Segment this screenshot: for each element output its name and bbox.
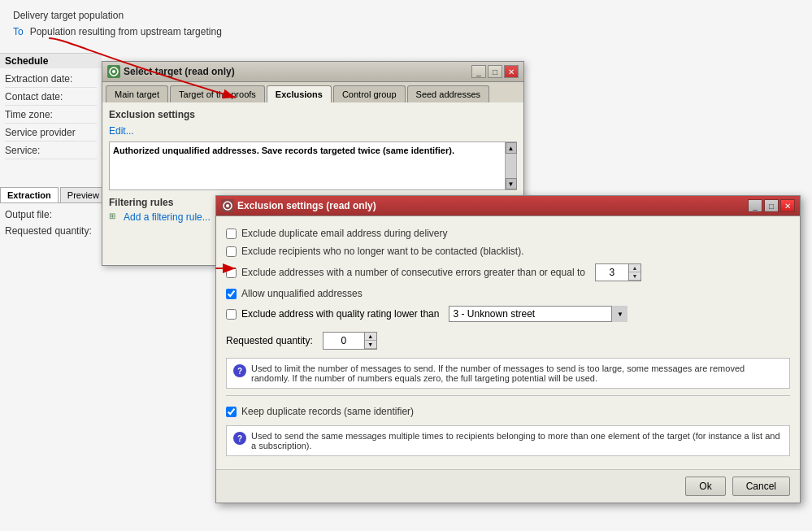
minimize-button[interactable]: _ [471, 65, 486, 78]
select-target-icon [107, 65, 120, 78]
svg-point-4 [226, 204, 229, 207]
cb-quality-rating-label: Exclude address with quality rating lowe… [241, 308, 439, 320]
exclusion-title-left: Exclusion settings (read only) [221, 199, 376, 212]
maximize-button[interactable]: □ [488, 65, 502, 78]
consecutive-errors-down[interactable]: ▼ [629, 272, 640, 281]
cb-exclude-duplicate[interactable] [226, 229, 237, 239]
cb-allow-unqualified-label: Allow unqualified addresses [241, 288, 363, 299]
contact-date-label: Contact date: [5, 91, 63, 102]
select-target-title: Select target (read only) [124, 66, 235, 77]
scroll-down-arrow[interactable]: ▼ [506, 178, 517, 189]
requested-quantity-spinners: ▲ ▼ [364, 333, 376, 349]
info-icon-2: ? [233, 432, 246, 445]
tab-preview[interactable]: Preview [60, 187, 106, 202]
scrollbar-vertical[interactable]: ▲ ▼ [505, 142, 516, 189]
cb-consecutive-errors-row: Exclude addresses with a number of conse… [226, 260, 790, 285]
tab-control-group[interactable]: Control group [333, 85, 406, 102]
tab-exclusions[interactable]: Exclusions [267, 85, 332, 102]
requested-quantity-label: Requested quantity: [226, 335, 313, 346]
contact-date-row: Contact date: [5, 88, 97, 106]
quality-rating-dropdown-arrow[interactable]: ▼ [611, 306, 627, 322]
exclusion-dialog-footer: Ok Cancel [216, 469, 800, 503]
output-file-row: Output file: [5, 207, 97, 223]
quality-rating-dropdown-wrapper: ▼ [449, 306, 627, 322]
svg-point-2 [112, 70, 115, 73]
cb-quality-rating[interactable] [226, 309, 237, 320]
select-target-titlebar: Select target (read only) _ □ ✕ [102, 62, 523, 82]
to-value: Population resulting from upstream targe… [30, 26, 222, 37]
excl-maximize-button[interactable]: □ [764, 199, 779, 212]
cb-exclude-duplicate-row: Exclude duplicate email address during d… [226, 224, 790, 242]
consecutive-errors-number-box: ▲ ▼ [595, 263, 641, 281]
consecutive-errors-spinners: ▲ ▼ [628, 264, 640, 281]
exclusion-title-text: Exclusion settings (read only) [237, 200, 376, 211]
edit-link[interactable]: Edit... [109, 125, 517, 137]
info-box-1: ? Used to limit the number of messages t… [226, 358, 790, 389]
ok-button[interactable]: Ok [685, 477, 725, 496]
filter-icon: ⊞ [109, 211, 120, 223]
excl-minimize-button[interactable]: _ [748, 199, 762, 212]
requested-quantity-row: Requested quantity: ▲ ▼ [226, 329, 790, 353]
exclusion-titlebar: Exclusion settings (read only) _ □ ✕ [216, 196, 800, 216]
info-text-1: Used to limit the number of messages to … [251, 363, 783, 383]
extraction-section: Extraction Preview Output file: Requeste… [0, 187, 102, 242]
quality-rating-input[interactable] [449, 306, 627, 322]
cb-exclude-duplicate-label: Exclude duplicate email address during d… [241, 228, 447, 239]
service-row: Service: [5, 141, 97, 159]
close-button[interactable]: ✕ [504, 65, 519, 78]
separator [226, 395, 790, 396]
extraction-date-row: Extraction date: [5, 70, 97, 88]
tab-extraction[interactable]: Extraction [0, 187, 59, 202]
extraction-tab-bar: Extraction Preview [0, 187, 102, 203]
info-box-2: ? Used to send the same messages multipl… [226, 425, 790, 456]
delivery-title: Delivery target population [13, 10, 799, 21]
exclusion-content: Exclude duplicate email address during d… [216, 216, 800, 469]
schedule-label: Schedule [5, 55, 48, 67]
select-target-controls: _ □ ✕ [471, 65, 519, 78]
service-label: Service: [5, 145, 40, 156]
to-link[interactable]: To [13, 26, 24, 37]
time-zone-label: Time zone: [5, 109, 53, 120]
cb-keep-duplicate-label: Keep duplicate records (same identifier) [241, 406, 414, 417]
cb-keep-duplicate[interactable] [226, 407, 237, 417]
exclusion-text-content: Authorized unqualified addresses. Save r… [113, 146, 454, 155]
info-icon-1: ? [233, 364, 246, 377]
cb-blacklist[interactable] [226, 246, 237, 257]
tab-seed-addresses[interactable]: Seed addresses [407, 85, 490, 102]
extraction-content: Output file: Requested quantity: [0, 203, 102, 242]
cb-allow-unqualified[interactable] [226, 289, 237, 299]
exclusion-settings-dialog: Exclusion settings (read only) _ □ ✕ Exc… [215, 195, 801, 503]
requested-qty-up[interactable]: ▲ [365, 333, 376, 341]
schedule-form-rows: Extraction date: Contact date: Time zone… [0, 68, 102, 161]
consecutive-errors-value[interactable] [596, 265, 628, 280]
requested-qty-label: Requested quantity: [5, 225, 92, 237]
consecutive-errors-up[interactable]: ▲ [629, 264, 640, 272]
tab-main-target[interactable]: Main target [106, 85, 168, 102]
time-zone-row: Time zone: [5, 106, 97, 124]
requested-quantity-box: ▲ ▼ [323, 332, 377, 350]
schedule-section: Schedule Extraction date: Contact date: … [0, 53, 102, 161]
cb-blacklist-label: Exclude recipients who no longer want to… [241, 246, 524, 257]
cb-consecutive-errors[interactable] [226, 268, 237, 278]
delivery-section: Delivery target population To Population… [7, 7, 805, 42]
cancel-button[interactable]: Cancel [732, 477, 790, 496]
exclusion-dialog-icon [221, 199, 234, 212]
output-file-label: Output file: [5, 209, 52, 220]
tab-target-proofs[interactable]: Target of the proofs [170, 85, 265, 102]
cb-consecutive-errors-label: Exclude addresses with a number of conse… [241, 267, 585, 278]
info-text-2: Used to send the same messages multiple … [251, 431, 783, 450]
cb-allow-unqualified-row: Allow unqualified addresses [226, 285, 790, 302]
scroll-up-arrow[interactable]: ▲ [506, 142, 517, 154]
requested-qty-row: Requested quantity: [5, 223, 97, 239]
select-target-title-left: Select target (read only) [107, 65, 235, 78]
add-filter-label: Add a filtering rule... [124, 211, 211, 223]
exclusion-settings-title: Exclusion settings [109, 109, 517, 120]
cb-quality-rating-row: Exclude address with quality rating lowe… [226, 302, 790, 325]
excl-close-button[interactable]: ✕ [780, 199, 795, 212]
service-provider-row: Service provider [5, 124, 97, 141]
to-row: To Population resulting from upstream ta… [13, 24, 799, 39]
exclusion-text-box: Authorized unqualified addresses. Save r… [109, 141, 517, 190]
requested-quantity-value[interactable] [323, 333, 364, 348]
requested-qty-down[interactable]: ▼ [365, 341, 376, 349]
schedule-header: Schedule [0, 53, 102, 68]
